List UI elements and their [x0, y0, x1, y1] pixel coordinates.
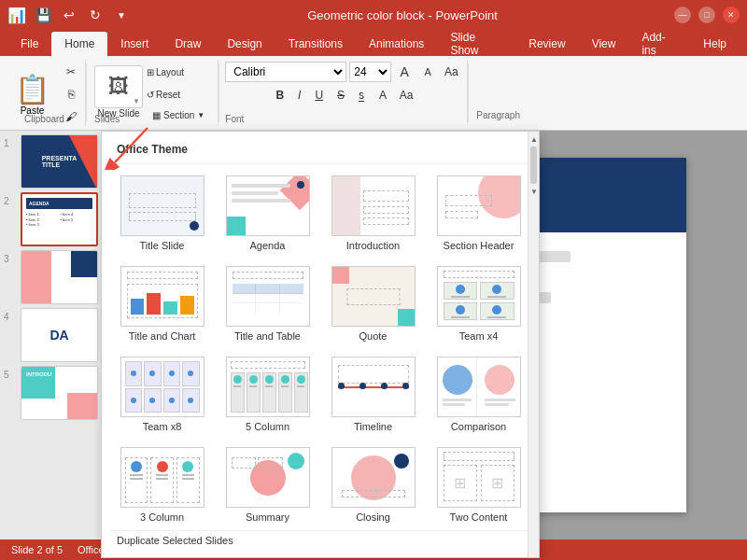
dropdown-title: Office Theme — [109, 139, 531, 164]
tab-addins[interactable]: Add-ins — [628, 32, 690, 56]
font-size2-btn[interactable]: Aa — [396, 85, 416, 105]
maximize-btn[interactable]: □ — [698, 7, 715, 23]
font-label: Font — [225, 114, 244, 124]
layout-name-title-table: Title and Table — [234, 330, 301, 342]
layout-item-title-table[interactable]: Title and Table — [218, 262, 317, 345]
tab-review[interactable]: Review — [515, 32, 578, 56]
title-left: 📊 💾 ↩ ↻ ▼ — [7, 6, 131, 24]
tab-animations[interactable]: Animations — [356, 32, 437, 56]
layout-item-agenda[interactable]: Agenda — [218, 172, 317, 255]
scroll-up-btn[interactable]: ▲ — [529, 132, 540, 147]
undo-quick-btn[interactable]: ↩ — [60, 6, 78, 24]
close-btn[interactable]: ✕ — [723, 7, 740, 23]
font-color-btn[interactable]: A — [373, 85, 393, 105]
section-dropdown-icon: ▼ — [197, 111, 204, 119]
scroll-thumb[interactable] — [530, 147, 537, 184]
reset-button[interactable]: ↺ Reset — [147, 84, 203, 105]
tab-help[interactable]: Help — [690, 32, 740, 56]
slide-thumb-1[interactable]: 1 PRESENTATITLE — [4, 134, 98, 189]
new-slide-icon: 🖼 — [108, 75, 129, 99]
layout-thumb-team-x4 — [437, 266, 521, 327]
font-size-select[interactable]: 24 — [349, 62, 391, 82]
customize-quick-btn[interactable]: ▼ — [112, 6, 131, 24]
tab-home[interactable]: Home — [51, 32, 107, 56]
slide2-col1: • Item 1• Item 2• Item 3 — [26, 212, 59, 245]
save-quick-btn[interactable]: 💾 — [34, 6, 52, 24]
layout-item-title-slide[interactable]: Title Slide — [113, 172, 211, 255]
slide-num-2: 2 — [4, 192, 17, 206]
slide-preview-5[interactable]: INTRODU — [21, 366, 98, 420]
tab-draw[interactable]: Draw — [162, 32, 214, 56]
underline-button[interactable]: U — [309, 87, 329, 104]
tab-design[interactable]: Design — [214, 32, 275, 56]
bold-button[interactable]: B — [270, 87, 289, 104]
layout-name-section-header: Section Header — [444, 240, 514, 251]
layout-item-timeline[interactable]: Timeline — [324, 353, 422, 436]
font-selects-row: Calibri 24 A A Aa — [225, 62, 461, 82]
slide-preview-2[interactable]: AGENDA • Item 1• Item 2• Item 3 • Item 4… — [21, 192, 98, 246]
slide-num-1: 1 — [4, 134, 17, 148]
layout-item-title-chart[interactable]: Title and Chart — [113, 262, 211, 345]
layout-item-team-x4[interactable]: Team x4 — [430, 262, 528, 345]
layout-item-team-x8[interactable]: Team x8 — [113, 353, 211, 436]
shadow-button[interactable]: s̲ — [353, 87, 370, 104]
slide-count: Slide 2 of 5 — [11, 544, 63, 555]
clipboard-label: Clipboard — [24, 114, 64, 124]
font-group-content: Calibri 24 A A Aa B I U S s̲ A Aa — [225, 62, 461, 105]
slide-preview-4[interactable]: DA — [21, 308, 98, 362]
section-button[interactable]: ▦ Section ▼ — [147, 108, 210, 122]
layout-item-closing[interactable]: Closing — [324, 443, 422, 526]
layout-item-summary[interactable]: Summary — [218, 443, 317, 526]
layout-thumb-3-column — [120, 447, 204, 508]
paragraph-label: Paragraph — [476, 110, 520, 120]
scroll-down-btn[interactable]: ▼ — [529, 184, 540, 199]
layout-name-quote: Quote — [359, 330, 388, 342]
slide-preview-1[interactable]: PRESENTATITLE — [21, 134, 98, 189]
layout-item-5-column[interactable]: 5 Column — [218, 353, 317, 436]
font-family-select[interactable]: Calibri — [225, 62, 346, 82]
italic-button[interactable]: I — [292, 87, 306, 104]
layout-item-quote[interactable]: Quote — [324, 262, 422, 345]
decrease-font-btn[interactable]: A — [417, 62, 438, 82]
layout-item-two-content[interactable]: ⊞ ⊞ Two Content — [430, 443, 528, 526]
duplicate-slides-option[interactable]: Duplicate Selected Slides — [109, 530, 531, 550]
slide-thumb-3[interactable]: 3 — [4, 250, 98, 304]
minimize-btn[interactable]: — — [674, 7, 691, 23]
section-label: Section — [163, 110, 194, 120]
slide-thumb-4[interactable]: 4 DA — [4, 308, 98, 362]
tab-transitions[interactable]: Transitions — [275, 32, 356, 56]
layout-button[interactable]: ⊞ Layout — [147, 62, 203, 82]
strikethrough-button[interactable]: S — [331, 87, 350, 104]
slide3-pink — [21, 251, 51, 303]
layout-item-introduction[interactable]: Introduction — [324, 172, 422, 255]
cut-button[interactable]: ✂ — [61, 62, 81, 82]
copy-button[interactable]: ⎘ — [61, 84, 81, 105]
layout-item-section-header[interactable]: Section Header — [430, 172, 528, 255]
layout-thumb-quote — [331, 266, 416, 327]
tab-slideshow[interactable]: Slide Show — [437, 32, 515, 56]
slide-num-5: 5 — [4, 366, 17, 380]
layout-item-3-column[interactable]: 3 Column — [113, 443, 211, 526]
tab-insert[interactable]: Insert — [107, 32, 162, 56]
slide2-title: AGENDA — [29, 201, 49, 206]
clear-format-btn[interactable]: Aa — [441, 62, 461, 82]
slide-thumb-5[interactable]: 5 INTRODU — [4, 366, 98, 420]
layout-name-title-slide: Title Slide — [140, 240, 185, 251]
slides-panel[interactable]: 1 PRESENTATITLE 2 AGENDA • Item 1• Item … — [0, 131, 103, 539]
redo-quick-btn[interactable]: ↻ — [86, 6, 105, 24]
tab-view[interactable]: View — [579, 32, 629, 56]
slide-thumb-2[interactable]: 2 AGENDA • Item 1• Item 2• Item 3 • Item… — [4, 192, 98, 246]
slide-preview-3[interactable] — [21, 250, 98, 304]
dropdown-scrollbar[interactable]: ▲ ▼ — [528, 132, 539, 557]
paragraph-group: Paragraph — [469, 60, 747, 126]
layout-dropdown: Office Theme Title Slide — [101, 131, 540, 558]
increase-font-btn[interactable]: A — [394, 62, 415, 82]
window-title: Geometric color block - PowerPoint — [307, 8, 498, 22]
tab-file[interactable]: File — [7, 32, 51, 56]
slide2-bg: AGENDA • Item 1• Item 2• Item 3 • Item 4… — [22, 194, 96, 245]
paste-button[interactable]: 📋 Paste — [7, 69, 57, 119]
new-slide-button[interactable]: 🖼 — [94, 65, 143, 108]
layout-item-comparison[interactable]: Comparison — [430, 353, 528, 436]
layout-thumb-title-chart — [120, 266, 204, 327]
layout-name-agenda: Agenda — [250, 240, 286, 251]
